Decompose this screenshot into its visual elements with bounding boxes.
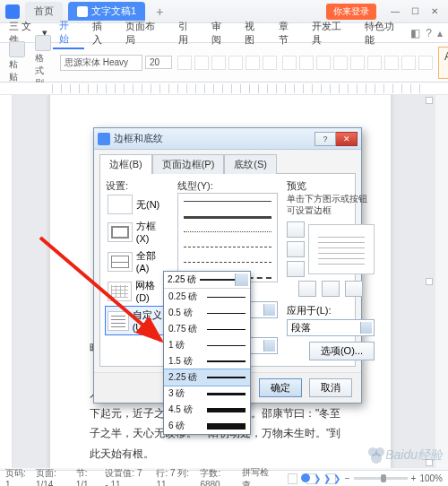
indent-dec-button[interactable] bbox=[316, 56, 331, 70]
status-spellcheck[interactable]: 拼写检查 bbox=[242, 466, 270, 487]
width-option[interactable]: 3 磅 bbox=[164, 386, 250, 402]
collapse-ribbon-icon[interactable]: ▴ bbox=[437, 27, 443, 39]
cancel-button[interactable]: 取消 bbox=[309, 378, 352, 397]
borders-button[interactable] bbox=[418, 56, 433, 70]
ok-button[interactable]: 确定 bbox=[259, 378, 302, 397]
numbering-button[interactable] bbox=[299, 56, 314, 70]
preview-canvas[interactable] bbox=[308, 224, 375, 274]
help-icon[interactable]: ? bbox=[426, 27, 432, 39]
vertical-ruler[interactable] bbox=[0, 95, 13, 468]
window-close-icon[interactable]: ✕ bbox=[426, 5, 443, 18]
dialog-icon bbox=[98, 133, 110, 145]
status-rowcol: 行: 7 列: 11 bbox=[156, 467, 191, 486]
status-section: 节: 1/1 bbox=[76, 467, 97, 486]
font-size-select[interactable]: 20 bbox=[145, 56, 172, 69]
menu-features[interactable]: 特色功能 bbox=[358, 18, 409, 48]
setting-list: 无(N) 方框(X) 全部(A) 网格(D) 自定义(U) bbox=[106, 193, 170, 334]
setting-all[interactable]: 全部(A) bbox=[106, 247, 170, 275]
zoom-slider[interactable] bbox=[354, 477, 408, 480]
align-right-button[interactable] bbox=[384, 56, 399, 70]
apply-to-combo[interactable]: 段落 bbox=[287, 319, 375, 336]
zoom-control[interactable]: − + 100% bbox=[345, 473, 443, 483]
align-center-button[interactable] bbox=[367, 56, 382, 70]
linestyle-label: 线型(Y): bbox=[177, 179, 278, 193]
menu-section[interactable]: 章节 bbox=[272, 18, 304, 48]
width-option[interactable]: 0.75 磅 bbox=[164, 321, 250, 337]
menu-insert[interactable]: 插入 bbox=[86, 18, 117, 48]
status-page[interactable]: 页码: 1 bbox=[5, 467, 27, 486]
setting-label: 设置: bbox=[106, 179, 170, 193]
border-vmid-button[interactable] bbox=[322, 281, 340, 297]
status-pages[interactable]: 页面: 1/14 bbox=[36, 467, 67, 486]
font-name-select[interactable]: 思源宋体 Heavy bbox=[60, 55, 142, 71]
underline-button[interactable] bbox=[211, 56, 226, 70]
border-right-button[interactable] bbox=[345, 281, 363, 297]
apply-label: 应用于(L): bbox=[287, 304, 332, 317]
border-middle-button[interactable] bbox=[287, 241, 305, 257]
bullets-button[interactable] bbox=[282, 56, 297, 70]
window-maximize-icon[interactable]: ☐ bbox=[407, 5, 423, 18]
horizontal-ruler[interactable] bbox=[0, 82, 448, 95]
menubar: 三 文件▾ 开始 插入 页面布局 引用 审阅 视图 章节 开发工具 特色功能 ◧… bbox=[0, 23, 448, 43]
nav-marker-icon[interactable] bbox=[426, 278, 433, 285]
zoom-value[interactable]: 100% bbox=[419, 473, 443, 483]
dialog-help-icon[interactable]: ? bbox=[314, 132, 336, 146]
menu-review[interactable]: 审阅 bbox=[205, 18, 237, 48]
setting-custom[interactable]: 自定义(U) bbox=[106, 307, 170, 334]
dialog-titlebar[interactable]: 边框和底纹 ? ✕ bbox=[94, 128, 361, 150]
style-normal[interactable]: AaBbCc正文 bbox=[438, 47, 448, 79]
paste-button[interactable]: 粘贴 bbox=[5, 39, 29, 85]
line-spacing-button[interactable] bbox=[401, 56, 416, 70]
box-icon bbox=[108, 222, 133, 242]
menu-view[interactable]: 视图 bbox=[238, 18, 270, 48]
linestyle-list[interactable] bbox=[177, 193, 278, 282]
window-minimize-icon[interactable]: — bbox=[387, 5, 403, 18]
font-color-button[interactable] bbox=[263, 56, 277, 70]
menu-references[interactable]: 引用 bbox=[172, 18, 203, 48]
width-option[interactable]: 1.5 磅 bbox=[164, 353, 250, 369]
skin-icon[interactable]: ◧ bbox=[410, 27, 420, 39]
border-top-button[interactable] bbox=[287, 221, 305, 238]
zoom-out-icon[interactable]: − bbox=[345, 473, 350, 483]
brush-icon bbox=[35, 35, 51, 51]
view-print-icon[interactable] bbox=[288, 473, 297, 484]
highlight-button[interactable] bbox=[246, 56, 260, 70]
setting-box[interactable]: 方框(X) bbox=[106, 218, 170, 246]
width-option[interactable]: 1 磅 bbox=[164, 337, 250, 353]
align-left-button[interactable] bbox=[350, 56, 365, 70]
bold-button[interactable] bbox=[177, 56, 192, 70]
zoom-in-icon[interactable]: + bbox=[411, 473, 417, 483]
nav-down-icon[interactable] bbox=[426, 459, 433, 466]
assist-tray[interactable]: ❯ ❯ ❯ bbox=[301, 472, 340, 484]
tab-page-border[interactable]: 页面边框(P) bbox=[152, 154, 225, 174]
setting-none[interactable]: 无(N) bbox=[106, 193, 170, 216]
width-option[interactable]: 4.5 磅 bbox=[164, 402, 250, 418]
width-option[interactable]: 6 磅 bbox=[164, 418, 250, 434]
indent-inc-button[interactable] bbox=[333, 56, 348, 70]
width-dropdown-selected[interactable]: 2.25 磅 bbox=[164, 272, 250, 289]
menu-dev-tools[interactable]: 开发工具 bbox=[306, 18, 357, 48]
status-wordcount[interactable]: 字数: 6880 bbox=[200, 467, 233, 486]
assist-icon bbox=[301, 473, 310, 482]
new-tab-button[interactable]: + bbox=[151, 4, 168, 19]
dialog-title: 边框和底纹 bbox=[114, 132, 163, 145]
setting-grid[interactable]: 网格(D) bbox=[106, 277, 170, 305]
menu-start[interactable]: 开始 bbox=[53, 17, 84, 49]
width-option[interactable]: 0.5 磅 bbox=[164, 305, 250, 321]
width-option[interactable]: 2.25 磅 bbox=[164, 369, 250, 386]
menu-page-layout[interactable]: 页面布局 bbox=[119, 18, 170, 48]
custom-icon bbox=[108, 311, 129, 331]
all-icon bbox=[108, 252, 133, 272]
dialog-close-icon[interactable]: ✕ bbox=[336, 132, 358, 146]
width-option[interactable]: 0.25 磅 bbox=[164, 289, 250, 305]
tab-border[interactable]: 边框(B) bbox=[99, 154, 152, 174]
tab-shading[interactable]: 底纹(S) bbox=[224, 154, 277, 174]
italic-button[interactable] bbox=[194, 56, 209, 70]
preview-hint: 单击下方图示或按钮可设置边框 bbox=[287, 193, 375, 216]
grid-icon bbox=[108, 282, 132, 301]
strike-button[interactable] bbox=[228, 56, 243, 70]
options-button[interactable]: 选项(O)... bbox=[309, 342, 375, 360]
nav-up-icon[interactable] bbox=[426, 97, 433, 104]
border-left-button[interactable] bbox=[298, 281, 316, 297]
border-bottom-button[interactable] bbox=[287, 261, 305, 277]
